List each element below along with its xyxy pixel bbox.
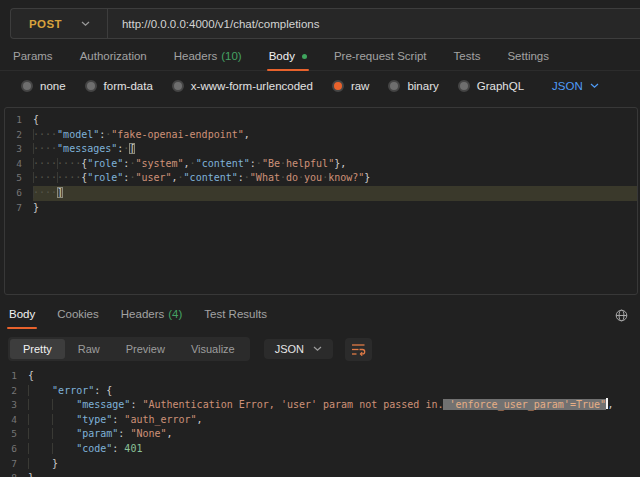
tab-settings[interactable]: Settings <box>507 50 549 70</box>
raw-language-dropdown[interactable]: JSON <box>552 80 599 92</box>
view-switcher: Pretty Raw Preview Visualize <box>8 337 250 361</box>
view-preview-button[interactable]: Preview <box>113 339 178 359</box>
line-number: 1 <box>5 113 33 128</box>
code-line[interactable]: 2 "error": { <box>0 384 640 399</box>
line-number: 7 <box>0 457 28 472</box>
code-line[interactable]: 4 "type": "auth_error", <box>0 413 640 428</box>
line-number: 7 <box>5 201 33 216</box>
code-line[interactable]: 5········{"role":·"user",·"content":·"Wh… <box>5 171 637 186</box>
code-line[interactable]: 7} <box>5 201 637 216</box>
radio-x-www-form-urlencoded[interactable]: x-www-form-urlencoded <box>172 80 313 92</box>
request-body-editor[interactable]: 1{2····"model":·"fake-openai-endpoint",3… <box>4 107 638 295</box>
wrap-text-button[interactable] <box>345 338 372 361</box>
line-number: 5 <box>5 171 33 186</box>
response-tabs: Body Cookies Headers(4) Test Results <box>0 295 640 328</box>
request-tabs: Params Authorization Headers(10) Body Pr… <box>0 39 640 71</box>
code-line[interactable]: 5 "param": "None", <box>0 427 640 442</box>
globe-icon[interactable] <box>615 309 628 328</box>
line-number: 3 <box>0 398 28 413</box>
tab-body[interactable]: Body <box>269 50 307 70</box>
chevron-down-icon <box>590 83 599 89</box>
tab-headers[interactable]: Headers(10) <box>174 50 242 70</box>
chevron-down-icon <box>81 21 90 27</box>
line-number: 2 <box>0 384 28 399</box>
tab-authorization[interactable]: Authorization <box>80 50 147 70</box>
code-line[interactable]: 1{ <box>5 113 637 128</box>
tab-pre-request-script[interactable]: Pre-request Script <box>334 50 427 70</box>
response-headers-count-badge: (4) <box>168 308 182 320</box>
body-mode-row: none form-data x-www-form-urlencoded raw… <box>0 71 640 99</box>
code-line[interactable]: 2····"model":·"fake-openai-endpoint", <box>5 128 637 143</box>
response-toolbar: Pretty Raw Preview Visualize JSON <box>8 337 640 361</box>
radio-form-data[interactable]: form-data <box>85 80 153 92</box>
method-dropdown[interactable]: POST <box>11 9 107 38</box>
line-number: 4 <box>5 157 33 172</box>
response-tab-headers[interactable]: Headers(4) <box>121 308 183 328</box>
line-number: 3 <box>5 142 33 157</box>
line-number: 5 <box>0 427 28 442</box>
code-line[interactable]: 6····] <box>5 186 637 201</box>
line-number: 6 <box>5 186 33 201</box>
code-line[interactable]: 3 "message": "Authentication Error, 'use… <box>0 398 640 413</box>
headers-count-badge: (10) <box>221 50 241 62</box>
line-number: 4 <box>0 413 28 428</box>
view-pretty-button[interactable]: Pretty <box>10 339 65 359</box>
line-number: 6 <box>0 442 28 457</box>
response-tab-body[interactable]: Body <box>9 308 35 328</box>
radio-icon <box>85 80 97 92</box>
view-raw-button[interactable]: Raw <box>65 339 113 359</box>
request-url-bar: POST http://0.0.0.0:4000/v1/chat/complet… <box>10 8 640 39</box>
chevron-down-icon <box>313 346 322 352</box>
radio-icon <box>21 80 33 92</box>
view-visualize-button[interactable]: Visualize <box>178 339 248 359</box>
response-tab-test-results[interactable]: Test Results <box>204 308 267 328</box>
line-number: 1 <box>0 369 28 384</box>
line-number: 2 <box>5 128 33 143</box>
code-line[interactable]: 7 } <box>0 457 640 472</box>
method-label: POST <box>29 18 62 30</box>
body-modified-dot-icon <box>302 54 307 59</box>
postman-window: POST http://0.0.0.0:4000/v1/chat/complet… <box>0 0 640 477</box>
tab-tests[interactable]: Tests <box>454 50 481 70</box>
radio-icon <box>388 80 400 92</box>
tab-params[interactable]: Params <box>13 50 53 70</box>
url-input[interactable]: http://0.0.0.0:4000/v1/chat/completions <box>108 18 640 30</box>
code-line[interactable]: 3····"messages":·[ <box>5 142 637 157</box>
radio-selected-icon <box>332 80 344 92</box>
radio-icon <box>458 80 470 92</box>
radio-none[interactable]: none <box>21 80 66 92</box>
code-line[interactable]: 4········{"role":·"system",·"content":·"… <box>5 157 637 172</box>
response-tab-cookies[interactable]: Cookies <box>57 308 99 328</box>
code-line[interactable]: 8} <box>0 471 640 477</box>
response-body-editor[interactable]: 1{2 "error": {3 "message": "Authenticati… <box>0 366 640 477</box>
line-number: 8 <box>0 471 28 477</box>
radio-graphql[interactable]: GraphQL <box>458 80 524 92</box>
code-line[interactable]: 6 "code": 401 <box>0 442 640 457</box>
radio-icon <box>172 80 184 92</box>
code-line[interactable]: 1{ <box>0 369 640 384</box>
wrap-text-icon <box>351 343 366 356</box>
radio-binary[interactable]: binary <box>388 80 438 92</box>
radio-raw[interactable]: raw <box>332 80 370 92</box>
response-language-dropdown[interactable]: JSON <box>264 339 333 359</box>
